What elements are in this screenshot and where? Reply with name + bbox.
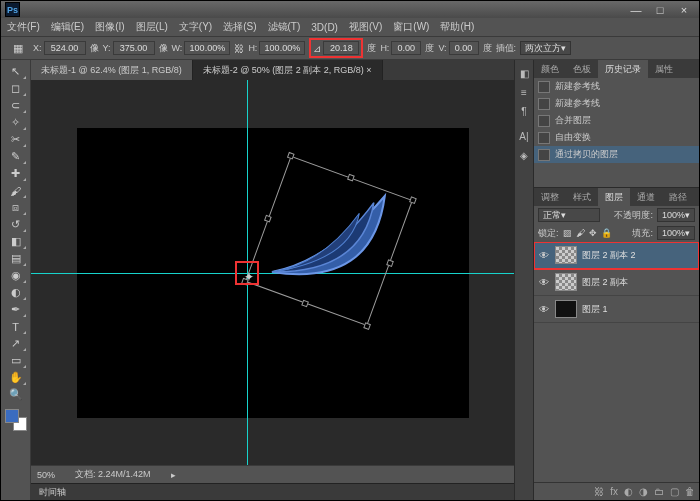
crop-tool[interactable]: ✂ xyxy=(5,131,27,148)
vskew-input[interactable] xyxy=(449,41,479,55)
opacity-input[interactable]: 100%▾ xyxy=(657,208,695,222)
history-item[interactable]: 自由变换 xyxy=(534,129,699,146)
transform-handle-br[interactable] xyxy=(363,322,371,330)
color-swatches[interactable] xyxy=(5,409,27,431)
panel-icon-5[interactable]: ◈ xyxy=(517,148,532,163)
menu-edit[interactable]: 编辑(E) xyxy=(51,20,84,34)
transform-handle-bc[interactable] xyxy=(301,299,309,307)
mask-icon[interactable]: ◐ xyxy=(624,486,633,497)
zoom-tool[interactable]: 🔍 xyxy=(5,386,27,403)
panel-icon-3[interactable]: ¶ xyxy=(517,104,532,119)
y-input[interactable] xyxy=(113,41,155,55)
tab-paths[interactable]: 路径 xyxy=(662,188,694,206)
type-tool[interactable]: T xyxy=(5,318,27,335)
angle-input[interactable] xyxy=(323,41,359,55)
brush-tool[interactable]: 🖌 xyxy=(5,182,27,199)
close-button[interactable]: × xyxy=(673,3,695,17)
history-item[interactable]: 合并图层 xyxy=(534,112,699,129)
minimize-button[interactable]: — xyxy=(625,3,647,17)
tab-swatches[interactable]: 色板 xyxy=(566,60,598,78)
tab-history[interactable]: 历史记录 xyxy=(598,60,648,78)
menu-window[interactable]: 窗口(W) xyxy=(393,20,429,34)
maximize-button[interactable]: □ xyxy=(649,3,671,17)
layer-row[interactable]: 👁 图层 2 副本 xyxy=(534,269,699,296)
tab-layers[interactable]: 图层 xyxy=(598,188,630,206)
history-item[interactable]: 新建参考线 xyxy=(534,95,699,112)
new-layer-icon[interactable]: ▢ xyxy=(670,486,679,497)
hskew-input[interactable] xyxy=(391,41,421,55)
doc-info[interactable]: 文档: 2.24M/1.42M xyxy=(75,468,151,481)
delete-layer-icon[interactable]: 🗑 xyxy=(685,486,695,497)
w-input[interactable] xyxy=(184,41,230,55)
link-layers-icon[interactable]: ⛓ xyxy=(594,486,604,497)
hand-tool[interactable]: ✋ xyxy=(5,369,27,386)
wand-tool[interactable]: ✧ xyxy=(5,114,27,131)
menu-image[interactable]: 图像(I) xyxy=(95,20,124,34)
transform-handle-mr[interactable] xyxy=(386,259,394,267)
lock-pixels-icon[interactable]: 🖌 xyxy=(576,228,585,238)
lock-position-icon[interactable]: ✥ xyxy=(589,228,597,238)
tab-styles[interactable]: 样式 xyxy=(566,188,598,206)
move-tool[interactable]: ↖ xyxy=(5,63,27,80)
menu-filter[interactable]: 滤镜(T) xyxy=(268,20,301,34)
visibility-toggle[interactable]: 👁 xyxy=(538,249,550,261)
layer-row[interactable]: 👁 图层 1 xyxy=(534,296,699,323)
marquee-tool[interactable]: ◻ xyxy=(5,80,27,97)
transform-handle-tr[interactable] xyxy=(409,196,417,204)
panel-icon-1[interactable]: ◧ xyxy=(517,66,532,81)
menu-type[interactable]: 文字(Y) xyxy=(179,20,212,34)
pivot-icon[interactable]: ✦ xyxy=(244,270,254,284)
layer-name[interactable]: 图层 2 副本 xyxy=(582,276,628,289)
layer-name[interactable]: 图层 1 xyxy=(582,303,608,316)
tab-adjust[interactable]: 调整 xyxy=(534,188,566,206)
menu-3d[interactable]: 3D(D) xyxy=(311,22,338,33)
eraser-tool[interactable]: ◧ xyxy=(5,233,27,250)
canvas[interactable]: ✦ xyxy=(77,128,469,418)
dodge-tool[interactable]: ◐ xyxy=(5,284,27,301)
timeline-panel[interactable]: 时间轴 xyxy=(31,483,514,500)
shape-tool[interactable]: ▭ xyxy=(5,352,27,369)
history-item[interactable]: 新建参考线 xyxy=(534,78,699,95)
eyedropper-tool[interactable]: ✎ xyxy=(5,148,27,165)
menu-help[interactable]: 帮助(H) xyxy=(440,20,474,34)
fill-input[interactable]: 100%▾ xyxy=(657,226,695,240)
menu-select[interactable]: 选择(S) xyxy=(223,20,256,34)
stamp-tool[interactable]: ⧇ xyxy=(5,199,27,216)
transform-handle-ml[interactable] xyxy=(264,214,272,222)
visibility-toggle[interactable]: 👁 xyxy=(538,276,550,288)
canvas-area[interactable]: ✦ xyxy=(31,80,514,465)
foreground-color[interactable] xyxy=(5,409,19,423)
menu-view[interactable]: 视图(V) xyxy=(349,20,382,34)
history-brush-tool[interactable]: ↺ xyxy=(5,216,27,233)
adjustment-icon[interactable]: ◑ xyxy=(639,486,648,497)
gradient-tool[interactable]: ▤ xyxy=(5,250,27,267)
layer-row[interactable]: 👁 图层 2 副本 2 xyxy=(534,242,699,269)
transform-handle-tc[interactable] xyxy=(347,173,355,181)
zoom-level[interactable]: 50% xyxy=(37,470,55,480)
lock-transparency-icon[interactable]: ▨ xyxy=(563,228,572,238)
document-tab-1[interactable]: 未标题-1 @ 62.4% (图层 1, RGB/8) xyxy=(31,60,193,80)
lock-all-icon[interactable]: 🔒 xyxy=(601,228,612,238)
layer-thumbnail[interactable] xyxy=(555,300,577,318)
layer-thumbnail[interactable] xyxy=(555,246,577,264)
path-tool[interactable]: ↗ xyxy=(5,335,27,352)
h-input[interactable] xyxy=(259,41,305,55)
visibility-toggle[interactable]: 👁 xyxy=(538,303,550,315)
pen-tool[interactable]: ✒ xyxy=(5,301,27,318)
x-input[interactable] xyxy=(44,41,86,55)
panel-icon-4[interactable]: A| xyxy=(517,129,532,144)
link-icon[interactable]: ⛓ xyxy=(234,43,244,54)
document-tab-2[interactable]: 未标题-2 @ 50% (图层 2 副本 2, RGB/8) × xyxy=(193,60,383,80)
transform-handle-tl[interactable] xyxy=(286,151,294,159)
blend-mode-dropdown[interactable]: 正常 ▾ xyxy=(538,208,600,222)
group-icon[interactable]: 🗀 xyxy=(654,486,664,497)
layer-thumbnail[interactable] xyxy=(555,273,577,291)
layer-name[interactable]: 图层 2 副本 2 xyxy=(582,249,636,262)
history-item[interactable]: 通过拷贝的图层 xyxy=(534,146,699,163)
fx-icon[interactable]: fx xyxy=(610,486,618,497)
tab-properties[interactable]: 属性 xyxy=(648,60,680,78)
tab-channels[interactable]: 通道 xyxy=(630,188,662,206)
lasso-tool[interactable]: ⊂ xyxy=(5,97,27,114)
blur-tool[interactable]: ◉ xyxy=(5,267,27,284)
interp-dropdown[interactable]: 两次立方 ▾ xyxy=(520,41,571,55)
